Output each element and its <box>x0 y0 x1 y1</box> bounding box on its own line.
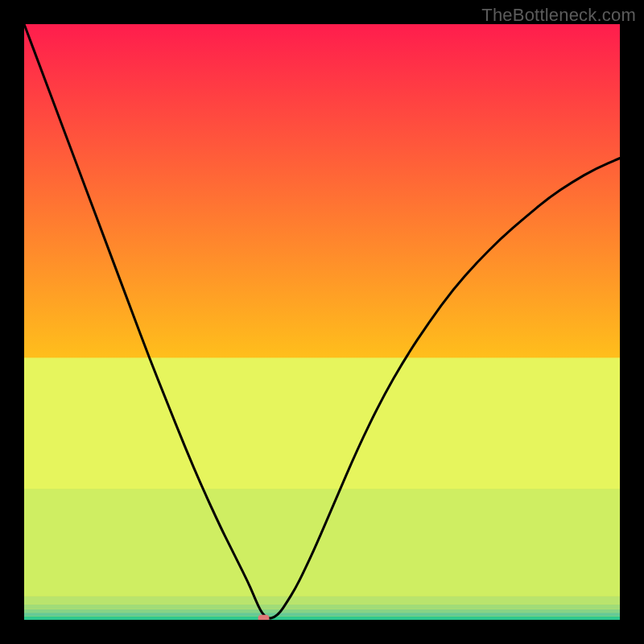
bottleneck-plot <box>24 24 620 620</box>
bottom-bands <box>24 357 620 620</box>
svg-rect-0 <box>24 357 620 489</box>
chart-frame: TheBottleneck.com <box>0 0 644 644</box>
optimal-point-marker <box>258 615 269 620</box>
svg-rect-3 <box>24 605 620 609</box>
svg-rect-6 <box>24 617 620 620</box>
watermark-text: TheBottleneck.com <box>481 5 636 26</box>
svg-rect-5 <box>24 613 620 616</box>
svg-rect-1 <box>24 489 620 596</box>
svg-rect-2 <box>24 596 620 604</box>
svg-rect-4 <box>24 609 620 613</box>
